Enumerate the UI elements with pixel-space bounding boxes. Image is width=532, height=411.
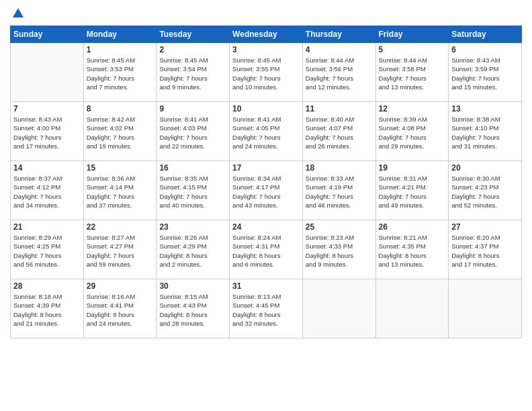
day-number: 11 <box>306 104 373 113</box>
day-number: 21 <box>13 222 81 232</box>
calendar-cell: 13Sunrise: 8:38 AM Sunset: 4:10 PM Dayli… <box>449 102 522 161</box>
day-number: 23 <box>159 222 226 232</box>
calendar-cell: 18Sunrise: 8:33 AM Sunset: 4:19 PM Dayli… <box>302 161 375 220</box>
day-header-wednesday: Wednesday <box>230 26 303 43</box>
day-info: Sunrise: 8:35 AM Sunset: 4:15 PM Dayligh… <box>159 174 226 210</box>
calendar-table: SundayMondayTuesdayWednesdayThursdayFrid… <box>10 26 522 338</box>
calendar-cell <box>449 279 522 338</box>
day-number: 9 <box>159 104 226 113</box>
day-info: Sunrise: 8:43 AM Sunset: 3:59 PM Dayligh… <box>451 56 519 91</box>
calendar-cell <box>375 279 449 338</box>
day-number: 24 <box>232 222 300 232</box>
calendar-cell: 3Sunrise: 8:45 AM Sunset: 3:55 PM Daylig… <box>230 43 303 102</box>
week-row-1: 7Sunrise: 8:43 AM Sunset: 4:00 PM Daylig… <box>11 102 522 161</box>
day-info: Sunrise: 8:44 AM Sunset: 3:58 PM Dayligh… <box>379 56 446 91</box>
day-info: Sunrise: 8:33 AM Sunset: 4:19 PM Dayligh… <box>306 174 373 210</box>
day-number: 10 <box>232 104 300 113</box>
day-number: 18 <box>306 163 373 173</box>
svg-marker-0 <box>13 8 24 17</box>
day-info: Sunrise: 8:36 AM Sunset: 4:14 PM Dayligh… <box>87 174 154 210</box>
day-number: 22 <box>87 222 154 232</box>
day-number: 30 <box>159 281 226 291</box>
day-info: Sunrise: 8:23 AM Sunset: 4:33 PM Dayligh… <box>306 233 373 269</box>
day-number: 20 <box>451 163 519 173</box>
main-container: SundayMondayTuesdayWednesdayThursdayFrid… <box>0 0 532 345</box>
calendar-cell: 7Sunrise: 8:43 AM Sunset: 4:00 PM Daylig… <box>11 102 84 161</box>
day-info: Sunrise: 8:26 AM Sunset: 4:29 PM Dayligh… <box>159 233 226 269</box>
calendar-cell: 8Sunrise: 8:42 AM Sunset: 4:02 PM Daylig… <box>83 102 157 161</box>
calendar-cell: 15Sunrise: 8:36 AM Sunset: 4:14 PM Dayli… <box>83 161 157 220</box>
calendar-cell: 27Sunrise: 8:20 AM Sunset: 4:37 PM Dayli… <box>449 220 522 279</box>
calendar-cell: 5Sunrise: 8:44 AM Sunset: 3:58 PM Daylig… <box>375 43 449 102</box>
day-number: 14 <box>13 163 81 173</box>
day-header-tuesday: Tuesday <box>157 26 230 43</box>
day-number: 2 <box>159 45 226 54</box>
day-info: Sunrise: 8:41 AM Sunset: 4:05 PM Dayligh… <box>232 115 300 150</box>
day-number: 13 <box>451 104 519 113</box>
calendar-cell: 25Sunrise: 8:23 AM Sunset: 4:33 PM Dayli… <box>302 220 375 279</box>
day-info: Sunrise: 8:39 AM Sunset: 4:08 PM Dayligh… <box>379 115 446 150</box>
calendar-cell: 22Sunrise: 8:27 AM Sunset: 4:27 PM Dayli… <box>83 220 157 279</box>
day-info: Sunrise: 8:30 AM Sunset: 4:23 PM Dayligh… <box>451 174 519 210</box>
calendar-cell: 23Sunrise: 8:26 AM Sunset: 4:29 PM Dayli… <box>157 220 230 279</box>
calendar-cell: 20Sunrise: 8:30 AM Sunset: 4:23 PM Dayli… <box>449 161 522 220</box>
day-number: 1 <box>87 45 154 54</box>
day-header-friday: Friday <box>375 26 449 43</box>
day-number: 4 <box>306 45 373 54</box>
day-number: 3 <box>232 45 300 54</box>
week-row-2: 14Sunrise: 8:37 AM Sunset: 4:12 PM Dayli… <box>11 161 522 220</box>
calendar-cell: 19Sunrise: 8:31 AM Sunset: 4:21 PM Dayli… <box>375 161 449 220</box>
day-info: Sunrise: 8:34 AM Sunset: 4:17 PM Dayligh… <box>232 174 300 210</box>
logo-icon <box>11 7 25 20</box>
day-number: 26 <box>379 222 446 232</box>
calendar-cell: 31Sunrise: 8:13 AM Sunset: 4:45 PM Dayli… <box>230 279 303 338</box>
day-header-sunday: Sunday <box>11 26 84 43</box>
day-header-thursday: Thursday <box>302 26 375 43</box>
calendar-cell: 14Sunrise: 8:37 AM Sunset: 4:12 PM Dayli… <box>11 161 84 220</box>
day-info: Sunrise: 8:45 AM Sunset: 3:53 PM Dayligh… <box>87 56 154 91</box>
calendar-cell: 30Sunrise: 8:15 AM Sunset: 4:43 PM Dayli… <box>157 279 230 338</box>
day-info: Sunrise: 8:45 AM Sunset: 3:55 PM Dayligh… <box>232 56 300 91</box>
header-row: SundayMondayTuesdayWednesdayThursdayFrid… <box>11 26 522 43</box>
calendar-cell: 12Sunrise: 8:39 AM Sunset: 4:08 PM Dayli… <box>375 102 449 161</box>
week-row-4: 28Sunrise: 8:18 AM Sunset: 4:39 PM Dayli… <box>11 279 522 338</box>
header <box>10 7 522 20</box>
day-number: 8 <box>87 104 154 113</box>
day-number: 28 <box>13 281 81 291</box>
calendar-cell: 2Sunrise: 8:45 AM Sunset: 3:54 PM Daylig… <box>157 43 230 102</box>
day-info: Sunrise: 8:24 AM Sunset: 4:31 PM Dayligh… <box>232 233 300 269</box>
day-number: 31 <box>232 281 300 291</box>
calendar-cell: 29Sunrise: 8:16 AM Sunset: 4:41 PM Dayli… <box>83 279 157 338</box>
day-info: Sunrise: 8:42 AM Sunset: 4:02 PM Dayligh… <box>87 115 154 150</box>
calendar-cell: 28Sunrise: 8:18 AM Sunset: 4:39 PM Dayli… <box>11 279 84 338</box>
day-info: Sunrise: 8:15 AM Sunset: 4:43 PM Dayligh… <box>159 292 226 328</box>
logo <box>10 7 25 20</box>
week-row-0: 1Sunrise: 8:45 AM Sunset: 3:53 PM Daylig… <box>11 43 522 102</box>
calendar-cell: 16Sunrise: 8:35 AM Sunset: 4:15 PM Dayli… <box>157 161 230 220</box>
calendar-cell: 17Sunrise: 8:34 AM Sunset: 4:17 PM Dayli… <box>230 161 303 220</box>
day-number: 12 <box>379 104 446 113</box>
day-number: 5 <box>379 45 446 54</box>
day-number: 29 <box>87 281 154 291</box>
day-info: Sunrise: 8:31 AM Sunset: 4:21 PM Dayligh… <box>379 174 446 210</box>
day-header-monday: Monday <box>83 26 157 43</box>
calendar-cell: 24Sunrise: 8:24 AM Sunset: 4:31 PM Dayli… <box>230 220 303 279</box>
week-row-3: 21Sunrise: 8:29 AM Sunset: 4:25 PM Dayli… <box>11 220 522 279</box>
calendar-cell: 10Sunrise: 8:41 AM Sunset: 4:05 PM Dayli… <box>230 102 303 161</box>
calendar-cell: 21Sunrise: 8:29 AM Sunset: 4:25 PM Dayli… <box>11 220 84 279</box>
day-number: 6 <box>451 45 519 54</box>
day-number: 19 <box>379 163 446 173</box>
calendar-cell: 9Sunrise: 8:41 AM Sunset: 4:03 PM Daylig… <box>157 102 230 161</box>
day-number: 15 <box>87 163 154 173</box>
day-info: Sunrise: 8:41 AM Sunset: 4:03 PM Dayligh… <box>159 115 226 150</box>
calendar-cell <box>302 279 375 338</box>
day-number: 25 <box>306 222 373 232</box>
day-header-saturday: Saturday <box>449 26 522 43</box>
calendar-cell <box>11 43 84 102</box>
day-number: 27 <box>451 222 519 232</box>
calendar-cell: 11Sunrise: 8:40 AM Sunset: 4:07 PM Dayli… <box>302 102 375 161</box>
day-info: Sunrise: 8:21 AM Sunset: 4:35 PM Dayligh… <box>379 233 446 269</box>
calendar-cell: 26Sunrise: 8:21 AM Sunset: 4:35 PM Dayli… <box>375 220 449 279</box>
calendar-cell: 6Sunrise: 8:43 AM Sunset: 3:59 PM Daylig… <box>449 43 522 102</box>
day-info: Sunrise: 8:45 AM Sunset: 3:54 PM Dayligh… <box>159 56 226 91</box>
